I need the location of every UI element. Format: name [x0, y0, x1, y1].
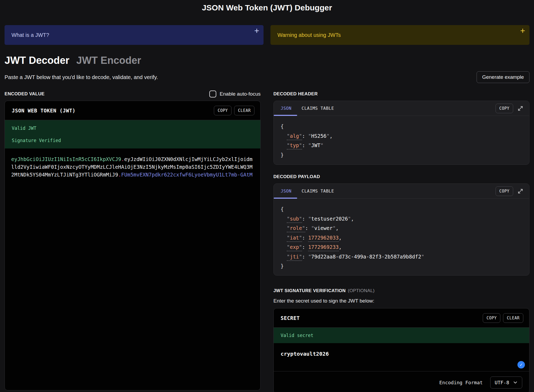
expand-icon: [517, 188, 523, 194]
page-title: JSON Web Token (JWT) Debugger: [0, 0, 534, 13]
decoded-payload-label: DECODED PAYLOAD: [273, 174, 320, 179]
secret-value: cryptovault2026: [281, 351, 329, 357]
jwt-token-input[interactable]: eyJhbGciOiJIUzI1NiIsInR5cCI6IkpXVCJ9.eyJ…: [5, 148, 260, 186]
expand-payload-button[interactable]: [517, 188, 524, 195]
valid-jwt-status: Valid JWT: [12, 126, 253, 131]
jwt-header-segment: eyJhbGciOiJIUzI1NiIsInR5cCI6IkpXVCJ9: [11, 156, 121, 162]
clear-secret-button[interactable]: CLEAR: [503, 313, 523, 323]
tab-json[interactable]: JSON: [281, 189, 292, 194]
encoded-column: ENCODED VALUE Enable auto-focus JSON WEB…: [5, 91, 261, 392]
decoded-header-panel: JSON CLAIMS TABLE COPY {"alg": "HS256","…: [273, 101, 529, 165]
tab-claims-table[interactable]: CLAIMS TABLE: [302, 106, 334, 111]
copy-payload-button[interactable]: COPY: [496, 186, 513, 196]
chevron-down-icon: [513, 380, 518, 385]
signature-verified-status: Signature Verified: [12, 138, 253, 143]
copy-header-button[interactable]: COPY: [496, 104, 513, 113]
active-tab-underline: [274, 115, 297, 116]
tab-jwt-decoder[interactable]: JWT Decoder: [5, 55, 69, 66]
valid-check-icon: ✓: [517, 361, 525, 369]
decoded-header-tabs: JSON CLAIMS TABLE COPY: [274, 101, 529, 116]
plus-icon[interactable]: +: [254, 26, 259, 36]
intro-row: Paste a JWT below that you'd like to dec…: [5, 70, 529, 84]
valid-secret-status: Valid secret: [281, 333, 313, 338]
banner-what-is-jwt-title: What is a JWT?: [11, 32, 49, 38]
jwt-status-block: Valid JWT Signature Verified: [5, 120, 260, 148]
banner-what-is-jwt[interactable]: What is a JWT? +: [5, 25, 264, 45]
decoded-payload-panel: JSON CLAIMS TABLE COPY {"sub": "testuser…: [273, 183, 529, 276]
banner-row: What is a JWT? + Warning about using JWT…: [5, 25, 529, 45]
clear-jwt-button[interactable]: CLEAR: [234, 106, 254, 115]
generate-example-button[interactable]: Generate example: [477, 71, 529, 83]
jwt-panel-title: JSON WEB TOKEN (JWT): [12, 108, 76, 113]
tab-json[interactable]: JSON: [281, 106, 292, 111]
expand-icon: [517, 105, 523, 111]
jwt-input-panel-header: JSON WEB TOKEN (JWT) COPY CLEAR: [5, 101, 260, 120]
active-tab-underline: [274, 198, 297, 199]
decoded-payload-tabs: JSON CLAIMS TABLE COPY: [274, 184, 529, 199]
tab-claims-table[interactable]: CLAIMS TABLE: [302, 189, 334, 194]
secret-panel: SECRET COPY CLEAR Valid secret cryptovau…: [273, 308, 529, 392]
mode-tabs: JWT Decoder JWT Encoder: [5, 55, 529, 68]
autofocus-label: Enable auto-focus: [220, 91, 261, 97]
secret-input[interactable]: cryptovault2026 ✓: [274, 343, 529, 371]
copy-secret-button[interactable]: COPY: [483, 313, 500, 323]
enable-autofocus-control[interactable]: Enable auto-focus: [209, 91, 261, 97]
encoding-format-value: UTF-8: [495, 380, 509, 385]
secret-instruction: Enter the secret used to sign the JWT be…: [273, 298, 529, 305]
signature-verification-label: JWT SIGNATURE VERIFICATION: [273, 288, 346, 293]
encoding-format-select[interactable]: UTF-8: [490, 377, 522, 389]
encoding-format-label: Encoding Format: [439, 380, 483, 385]
decoded-header-json[interactable]: {"alg": "HS256","typ": "JWT"}: [274, 116, 529, 165]
autofocus-checkbox[interactable]: [209, 91, 216, 97]
intro-text: Paste a JWT below that you'd like to dec…: [5, 74, 158, 80]
decoded-header-label: DECODED HEADER: [273, 91, 318, 97]
banner-jwt-warning-title: Warning about using JWTs: [277, 32, 341, 38]
decoded-payload-json[interactable]: {"sub": "testuser2026","role": "viewer",…: [274, 199, 529, 276]
tab-jwt-encoder[interactable]: JWT Encoder: [76, 55, 141, 66]
jwt-separator: .: [121, 156, 124, 162]
encoded-value-label: ENCODED VALUE: [5, 91, 45, 97]
jwt-separator: .: [118, 172, 121, 178]
jwt-signature-segment: FUm5mvEXN7pdkr622cxfwF6LyoeVbmyU1Lt7mb-G…: [121, 172, 253, 178]
decoded-column: DECODED HEADER JSON CLAIMS TABLE COPY {"…: [273, 91, 529, 392]
jwt-input-panel: JSON WEB TOKEN (JWT) COPY CLEAR Valid JW…: [5, 101, 261, 390]
copy-jwt-button[interactable]: COPY: [214, 106, 231, 115]
banner-jwt-warning[interactable]: Warning about using JWTs +: [270, 25, 529, 45]
optional-label: (OPTIONAL): [348, 288, 375, 293]
secret-footer: Encoding Format UTF-8: [274, 371, 529, 392]
secret-panel-header: SECRET COPY CLEAR: [274, 308, 529, 328]
secret-panel-title: SECRET: [281, 315, 300, 321]
secret-status-block: Valid secret: [274, 328, 529, 343]
plus-icon[interactable]: +: [520, 26, 525, 36]
expand-header-button[interactable]: [517, 105, 524, 112]
